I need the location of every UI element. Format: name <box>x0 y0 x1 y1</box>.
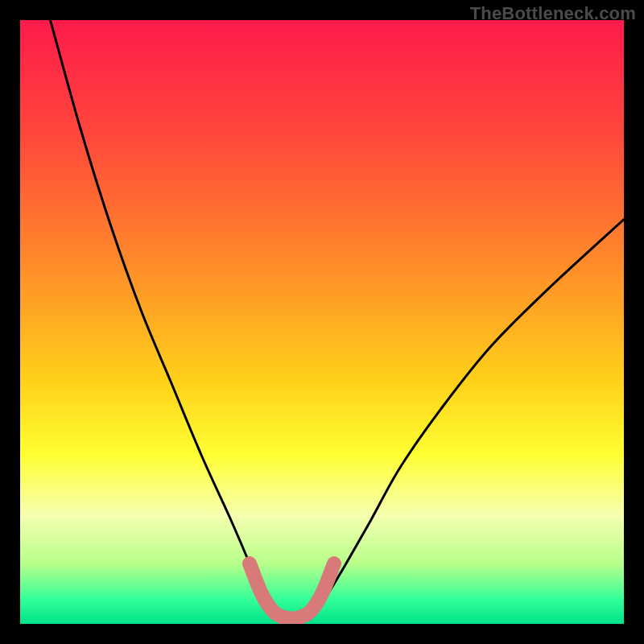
chart-root: TheBottleneck.com <box>0 0 644 644</box>
left-branch-curve <box>51 20 275 612</box>
bottom-highlight-curve <box>250 564 334 618</box>
right-branch-curve <box>316 220 625 613</box>
plot-area <box>20 20 624 624</box>
watermark-text: TheBottleneck.com <box>470 3 636 24</box>
curve-layer <box>20 20 624 624</box>
